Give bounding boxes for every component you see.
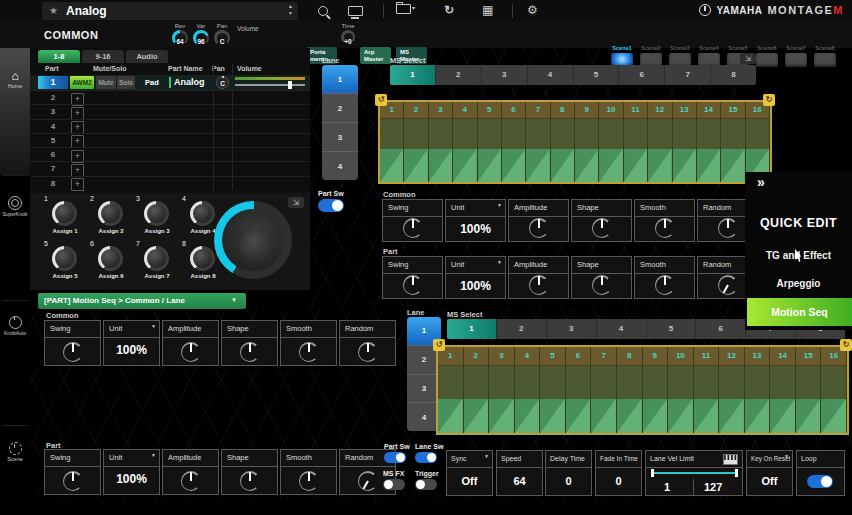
param-amplitude[interactable]: Amplitude xyxy=(508,199,569,242)
vel-limit-min-handle[interactable] xyxy=(651,469,654,477)
knob-dial[interactable] xyxy=(529,275,549,295)
vel-limit-max-handle[interactable] xyxy=(735,469,738,477)
ms-select-5[interactable]: 5 xyxy=(574,65,620,85)
speed-box[interactable]: Speed 64 xyxy=(496,450,543,496)
param-unit[interactable]: Unit▼100% xyxy=(103,449,160,495)
assign-knob-5[interactable] xyxy=(52,246,77,271)
expand-icon[interactable]: ⇲ xyxy=(288,197,304,208)
loop-end-marker[interactable]: ↻ xyxy=(840,339,852,351)
loop-toggle[interactable] xyxy=(807,475,833,488)
step-8[interactable]: 8 xyxy=(617,347,643,433)
param-swing[interactable]: Swing xyxy=(382,199,443,242)
step-7[interactable]: 7 xyxy=(526,102,550,182)
knob-dial[interactable] xyxy=(403,275,423,295)
knob-dial[interactable] xyxy=(655,275,675,295)
param-unit[interactable]: Unit▼100% xyxy=(445,256,506,299)
lane-2[interactable]: 2 xyxy=(322,94,358,123)
assign-knob-7[interactable] xyxy=(144,246,169,271)
step-1[interactable]: 1 xyxy=(380,102,404,182)
ms-select-6[interactable]: 6 xyxy=(696,319,746,339)
step-16[interactable]: 16 xyxy=(821,347,847,433)
part-sw-toggle[interactable] xyxy=(318,199,344,212)
assign-knob-2[interactable] xyxy=(98,201,123,226)
step-12[interactable]: 12 xyxy=(648,102,672,182)
ms-select-8[interactable]: 8 xyxy=(711,65,756,85)
step-4[interactable]: 4 xyxy=(453,102,477,182)
assign-knob-3[interactable] xyxy=(144,201,169,226)
sync-box[interactable]: Sync ▼ Off xyxy=(446,450,493,496)
param-smooth[interactable]: Smooth xyxy=(634,256,695,299)
param-amplitude[interactable]: Amplitude xyxy=(508,256,569,299)
param-smooth[interactable]: Smooth xyxy=(280,449,337,495)
solo-button[interactable]: Solo xyxy=(117,76,135,89)
arp-master-button[interactable]: ArpMaster xyxy=(360,47,391,64)
sidebar-item-knobauto[interactable]: KnobAuto xyxy=(0,316,30,336)
knob-dial[interactable] xyxy=(592,275,612,295)
lane-4[interactable]: 4 xyxy=(322,152,358,180)
step-5[interactable]: 5 xyxy=(540,347,566,433)
param-shape[interactable]: Shape xyxy=(221,320,278,366)
step-3[interactable]: 3 xyxy=(489,347,515,433)
lane-sw-toggle[interactable] xyxy=(415,452,437,463)
part-volume-slider-track[interactable] xyxy=(235,84,305,86)
param-shape[interactable]: Shape xyxy=(571,199,632,242)
knob-dial[interactable] xyxy=(63,342,83,362)
knob-dial[interactable] xyxy=(181,342,201,362)
knob-dial[interactable] xyxy=(718,275,738,295)
key-on-reset-box[interactable]: Key On Reset ▼ Off xyxy=(746,450,793,496)
fade-in-time-box[interactable]: Fade In Time 0 xyxy=(595,450,642,496)
quick-edit-arpeggio[interactable]: Arpeggio xyxy=(745,278,852,289)
ms-select-3[interactable]: 3 xyxy=(482,65,528,85)
knob-dial[interactable] xyxy=(403,218,423,238)
delay-time-box[interactable]: Delay Time 0 xyxy=(545,450,592,496)
ms-select-7[interactable]: 7 xyxy=(665,65,711,85)
step-14[interactable]: 14 xyxy=(697,102,721,182)
param-amplitude[interactable]: Amplitude xyxy=(162,320,219,366)
param-swing[interactable]: Swing xyxy=(44,320,101,366)
loop-start-marker[interactable]: ↺ xyxy=(433,339,445,351)
step-14[interactable]: 14 xyxy=(770,347,796,433)
part-sw-toggle[interactable] xyxy=(384,452,406,463)
param-unit[interactable]: Unit▼100% xyxy=(445,199,506,242)
trigger-toggle[interactable] xyxy=(415,479,437,490)
step-2[interactable]: 2 xyxy=(464,347,490,433)
ms-select-4[interactable]: 4 xyxy=(528,65,574,85)
param-swing[interactable]: Swing xyxy=(44,449,101,495)
param-amplitude[interactable]: Amplitude xyxy=(162,449,219,495)
refresh-icon[interactable]: ↻ xyxy=(444,3,454,17)
step-9[interactable]: 9 xyxy=(643,347,669,433)
settings-gear-icon[interactable]: ⚙ xyxy=(527,3,538,17)
spinner-down-icon[interactable]: ▼ xyxy=(288,10,293,17)
spinner-up-icon[interactable]: ▲ xyxy=(288,3,293,10)
part-volume-slider-handle[interactable] xyxy=(288,81,292,89)
step-9[interactable]: 9 xyxy=(575,102,599,182)
scene-button[interactable] xyxy=(814,53,836,67)
step-11[interactable]: 11 xyxy=(694,347,720,433)
grid-view-icon[interactable]: ▦ xyxy=(482,3,493,17)
param-shape[interactable]: Shape xyxy=(221,449,278,495)
performance-name-box[interactable]: ★ Analog ▲ ▼ xyxy=(42,2,298,20)
step-13[interactable]: 13 xyxy=(673,102,697,182)
mute-button[interactable]: Mute xyxy=(96,76,116,89)
folder-icon[interactable] xyxy=(396,1,411,14)
ms-select-1[interactable]: 1 xyxy=(447,319,497,339)
search-icon[interactable] xyxy=(318,6,328,16)
assign-knob-6[interactable] xyxy=(98,246,123,271)
expand-icon[interactable]: ⇲ xyxy=(740,53,756,64)
step-10[interactable]: 10 xyxy=(599,102,623,182)
pan-knob[interactable]: C xyxy=(214,30,230,46)
part-tab-9-16[interactable]: 9-16 xyxy=(82,50,124,63)
part-tab-Audio[interactable]: Audio xyxy=(126,50,168,63)
part-pan-knob[interactable]: C xyxy=(216,76,229,89)
step-11[interactable]: 11 xyxy=(624,102,648,182)
param-swing[interactable]: Swing xyxy=(382,256,443,299)
knob-dial[interactable] xyxy=(299,342,319,362)
param-smooth[interactable]: Smooth xyxy=(634,199,695,242)
sidebar-item-scene[interactable]: Scene xyxy=(0,442,30,462)
step-13[interactable]: 13 xyxy=(745,347,771,433)
knob-dial[interactable] xyxy=(358,342,378,362)
rev-knob[interactable]: 64 xyxy=(172,30,188,46)
sidebar-item-superknob[interactable]: SuperKnob xyxy=(0,196,30,217)
assign-knob-1[interactable] xyxy=(52,201,77,226)
step-1[interactable]: 1 xyxy=(438,347,464,433)
